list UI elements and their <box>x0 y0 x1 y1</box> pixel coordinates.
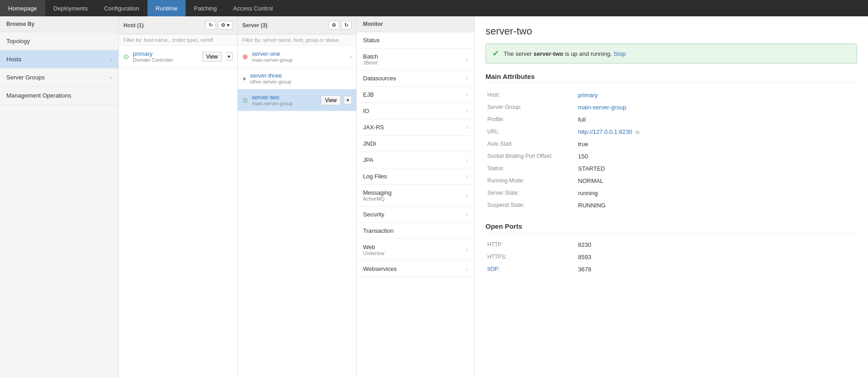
monitor-item-transaction[interactable]: Transaction <box>357 223 474 239</box>
status-green-icon: ⊙ <box>242 96 248 104</box>
server-item-server-three[interactable]: ● server-three other-server-group <box>238 68 356 89</box>
attr-value-host[interactable]: primary <box>578 92 598 98</box>
top-navigation: Homepage Deployments Configuration Runti… <box>0 0 868 16</box>
attr-value-suspend-state: RUNNING <box>576 199 857 211</box>
monitor-item-web[interactable]: Web Undertow › <box>357 239 474 261</box>
host-view-button[interactable]: View <box>202 52 222 62</box>
attr-label-server-group: Server Group: <box>485 101 576 113</box>
server-settings-button[interactable]: ↻ <box>341 21 352 29</box>
attr-value-server-state: running <box>576 187 857 199</box>
server-panel-header: Server (3) ⚙ ↻ <box>238 16 356 34</box>
monitor-item-webservices[interactable]: Webservices › <box>357 261 474 277</box>
monitor-item-security[interactable]: Security › <box>357 206 474 223</box>
monitor-item-status[interactable]: Status <box>357 32 474 49</box>
server-view-button[interactable]: View <box>321 95 341 105</box>
monitor-item-log-files[interactable]: Log Files › <box>357 168 474 185</box>
nav-deployments[interactable]: Deployments <box>45 0 96 16</box>
monitor-label-jax-rs: JAX-RS <box>363 124 384 131</box>
alert-server-name: server-two <box>534 50 564 57</box>
refresh-button[interactable]: ↻ <box>206 21 216 29</box>
monitor-label-status: Status <box>363 37 380 44</box>
monitor-item-io[interactable]: IO › <box>357 103 474 119</box>
host-sub: Domain Controller <box>133 57 198 63</box>
host-panel: Host (1) ↻ ⚙ ▾ Filter by: host name,...t… <box>119 16 238 378</box>
monitor-item-datasources[interactable]: Datasources › <box>357 70 474 87</box>
arrow-icon: › <box>466 266 468 272</box>
attr-label-auto-start: Auto Start: <box>485 138 576 150</box>
arrow-icon: › <box>466 247 468 253</box>
host-name: primary <box>133 50 198 57</box>
monitor-label-io: IO <box>363 108 369 114</box>
alert-text: The server <box>504 50 534 57</box>
alert-text-end: is up and running. <box>565 50 612 57</box>
server-item-server-two[interactable]: ⊙ server-two main-server-group View ▾ <box>238 89 356 111</box>
monitor-sub-web: Undertow <box>363 250 384 256</box>
open-ports-table: HTTP: 8230 HTTPS: 8593 IIOP: 3678 <box>485 239 857 275</box>
monitor-sub-messaging: ActiveMQ <box>363 196 392 201</box>
attr-row-server-group: Server Group: main-server-group <box>485 101 857 113</box>
port-label-iiop[interactable]: IIOP: <box>487 266 500 272</box>
port-row-iiop: IIOP: 3678 <box>485 263 857 275</box>
arrow-icon: › <box>466 211 468 218</box>
nav-homepage[interactable]: Homepage <box>0 0 45 16</box>
attr-label-suspend-state: Suspend State: <box>485 199 576 211</box>
browse-item-topology[interactable]: Topology <box>0 32 118 50</box>
browse-item-management-operations[interactable]: Management Operations <box>0 87 118 105</box>
attr-label-running-mode: Running Mode: <box>485 175 576 187</box>
attr-value-url[interactable]: http://127.0.0.1:8230 <box>578 128 632 135</box>
port-value-http: 8230 <box>576 239 857 251</box>
monitor-item-ejb[interactable]: EJB › <box>357 87 474 103</box>
attr-row-running-mode: Running Mode: NORMAL <box>485 175 857 187</box>
monitor-label-log-files: Log Files <box>363 173 387 180</box>
browse-item-server-groups[interactable]: Server Groups › <box>0 69 118 87</box>
host-view-dropdown[interactable]: ▾ <box>226 52 233 61</box>
attr-value-running-mode: NORMAL <box>576 175 857 187</box>
monitor-sub-batch: JBeret <box>363 60 378 65</box>
server-name: server-one <box>252 50 346 57</box>
monitor-item-jpa[interactable]: JPA › <box>357 152 474 168</box>
monitor-item-jax-rs[interactable]: JAX-RS › <box>357 119 474 136</box>
server-sub: other-server-group <box>250 79 352 84</box>
nav-access-control[interactable]: Access Control <box>225 0 281 16</box>
browse-item-hosts[interactable]: Hosts › <box>0 50 118 69</box>
monitor-label-webservices: Webservices <box>363 265 397 272</box>
monitor-item-batch[interactable]: Batch JBeret › <box>357 49 474 70</box>
server-sub: main-server-group <box>252 57 346 63</box>
nav-runtime[interactable]: Runtime <box>147 0 186 16</box>
settings-dropdown-button[interactable]: ⚙ ▾ <box>218 21 233 29</box>
attr-value-server-group[interactable]: main-server-group <box>578 104 626 111</box>
server-refresh-button[interactable]: ⚙ <box>329 21 339 29</box>
copy-icon[interactable]: ⧉ <box>636 129 639 135</box>
arrow-icon: › <box>466 157 468 163</box>
server-item-server-one[interactable]: ⊗ server-one main-server-group › <box>238 46 356 68</box>
monitor-item-jndi[interactable]: JNDI <box>357 136 474 152</box>
monitor-label-jndi: JNDI <box>363 140 376 147</box>
attr-label-url: URL: <box>485 126 576 138</box>
server-view-dropdown[interactable]: ▾ <box>344 96 352 104</box>
monitor-label-security: Security <box>363 211 384 218</box>
attr-row-suspend-state: Suspend State: RUNNING <box>485 199 857 211</box>
nav-configuration[interactable]: Configuration <box>96 0 147 16</box>
monitor-panel: Monitor Status Batch JBeret › Datasource… <box>357 16 475 378</box>
status-red-icon: ⊗ <box>242 53 248 61</box>
monitor-label-jpa: JPA <box>363 157 373 163</box>
attr-row-socket-binding: Socket Binding Port Offset: 150 <box>485 150 857 162</box>
monitor-item-messaging[interactable]: Messaging ActiveMQ › <box>357 185 474 206</box>
server-status-alert: ✔ The server server-two is up and runnin… <box>485 44 857 64</box>
host-item-primary: ⊙ primary Domain Controller View ▾ <box>119 46 237 68</box>
attr-label-socket-binding: Socket Binding Port Offset: <box>485 150 576 162</box>
arrow-icon: › <box>466 92 468 98</box>
status-green-icon: ⊙ <box>123 53 129 61</box>
attr-value-socket-binding: 150 <box>576 150 857 162</box>
server-panel-title: Server (3) <box>242 22 267 29</box>
monitor-label-batch: Batch <box>363 53 378 60</box>
alert-stop-link[interactable]: Stop <box>613 50 626 57</box>
browse-by-header: Browse By <box>0 16 118 32</box>
server-name: server-two <box>252 94 317 101</box>
nav-patching[interactable]: Patching <box>186 0 225 16</box>
server-name: server-three <box>250 72 352 79</box>
monitor-header: Monitor <box>357 16 474 32</box>
arrow-icon: › <box>466 124 468 131</box>
server-panel: Server (3) ⚙ ↻ Filter by: server name, h… <box>238 16 357 378</box>
port-row-https: HTTPS: 8593 <box>485 251 857 263</box>
